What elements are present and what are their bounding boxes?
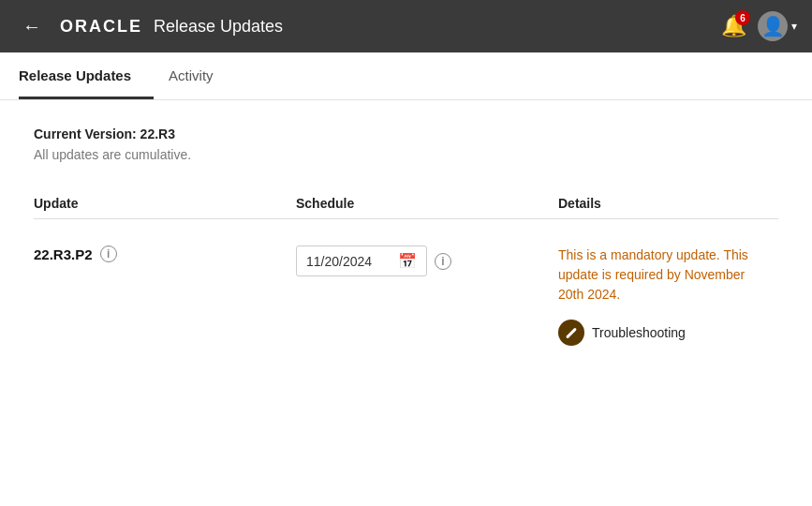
calendar-icon: 📅	[398, 252, 417, 270]
user-icon: 👤	[761, 15, 785, 37]
column-header-details: Details	[558, 196, 778, 211]
schedule-info-icon[interactable]: i	[435, 253, 451, 270]
date-value: 11/20/2024	[306, 254, 372, 269]
tab-bar: Release Updates Activity	[0, 52, 812, 100]
version-section: Current Version: 22.R3 All updates are c…	[34, 126, 778, 162]
update-info-icon[interactable]: i	[100, 246, 117, 262]
oracle-logo-text: ORACLE	[60, 17, 142, 37]
header-left: ← ORACLE Release Updates	[15, 12, 283, 41]
update-name-cell: 22.R3.P2 i	[34, 246, 296, 262]
update-table: Update Schedule Details 22.R3.P2 i 11/20…	[34, 188, 778, 357]
table-row: 22.R3.P2 i 11/20/2024 📅 i This is a mand…	[34, 234, 778, 357]
app-header: ← ORACLE Release Updates 🔔 6 👤 ▾	[0, 0, 812, 52]
details-cell: This is a mandatory update. This update …	[558, 246, 778, 346]
date-picker[interactable]: 11/20/2024 📅	[296, 246, 427, 276]
troubleshooting-link[interactable]: Troubleshooting	[558, 320, 778, 346]
no-entry-icon	[558, 320, 584, 346]
chevron-down-icon: ▾	[791, 20, 797, 33]
cumulative-note: All updates are cumulative.	[34, 147, 778, 162]
avatar: 👤	[758, 11, 788, 41]
column-header-update: Update	[34, 196, 296, 211]
details-text: This is a mandatory update. This update …	[558, 246, 764, 305]
update-name: 22.R3.P2	[34, 246, 93, 262]
tab-activity[interactable]: Activity	[169, 52, 236, 99]
column-header-schedule: Schedule	[296, 196, 558, 211]
notification-badge: 6	[735, 10, 750, 25]
table-header: Update Schedule Details	[34, 188, 778, 219]
schedule-cell: 11/20/2024 📅 i	[296, 246, 558, 276]
back-button[interactable]: ←	[15, 12, 49, 41]
header-title: Release Updates	[154, 17, 283, 37]
tab-release-updates[interactable]: Release Updates	[19, 52, 154, 99]
version-value: 22.R3	[140, 126, 175, 141]
notification-bell[interactable]: 🔔 6	[721, 14, 746, 38]
oracle-logo: ORACLE	[60, 17, 142, 37]
main-content: Current Version: 22.R3 All updates are c…	[0, 100, 812, 383]
header-right: 🔔 6 👤 ▾	[721, 11, 797, 41]
version-label: Current Version: 22.R3	[34, 126, 778, 141]
troubleshooting-label: Troubleshooting	[592, 325, 686, 340]
user-menu-button[interactable]: 👤 ▾	[758, 11, 797, 41]
